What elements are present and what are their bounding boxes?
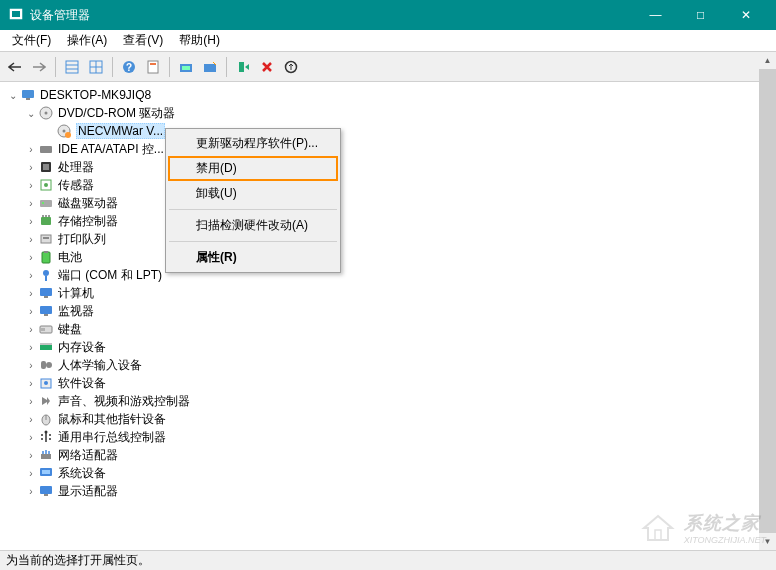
- close-button[interactable]: ✕: [723, 0, 768, 30]
- scroll-thumb[interactable]: [759, 69, 776, 533]
- device-tree[interactable]: ⌄ DESKTOP-MK9JIQ8 ⌄ DVD/CD-ROM 驱动器 NECVM…: [0, 82, 776, 570]
- tree-category-label: 通用串行总线控制器: [58, 429, 166, 446]
- tree-category-usb[interactable]: ›通用串行总线控制器: [2, 428, 774, 446]
- tree-category-keyboard[interactable]: ›键盘: [2, 320, 774, 338]
- tree-category-monitor[interactable]: ›监视器: [2, 302, 774, 320]
- ctx-properties[interactable]: 属性(R): [168, 245, 338, 270]
- tree-category-hid[interactable]: ›人体学输入设备: [2, 356, 774, 374]
- chevron-right-icon[interactable]: ›: [24, 250, 38, 264]
- svg-rect-46: [41, 361, 46, 369]
- status-bar: 为当前的选择打开属性页。: [0, 550, 776, 570]
- ctx-separator: [169, 209, 337, 210]
- back-button[interactable]: [4, 56, 26, 78]
- help-button[interactable]: ?: [118, 56, 140, 78]
- tree-category-sensor[interactable]: ›传感器: [2, 176, 774, 194]
- tree-category-cpu[interactable]: ›处理器: [2, 158, 774, 176]
- chevron-right-icon[interactable]: ›: [24, 466, 38, 480]
- tree-category-system[interactable]: ›系统设备: [2, 464, 774, 482]
- svg-rect-26: [43, 164, 49, 170]
- ctx-update-driver[interactable]: 更新驱动程序软件(P)...: [168, 131, 338, 156]
- tree-category-mouse[interactable]: ›鼠标和其他指针设备: [2, 410, 774, 428]
- ctx-scan-hardware[interactable]: 扫描检测硬件改动(A): [168, 213, 338, 238]
- disable-button[interactable]: [280, 56, 302, 78]
- properties-button[interactable]: [142, 56, 164, 78]
- chevron-right-icon[interactable]: ›: [24, 196, 38, 210]
- chevron-right-icon[interactable]: ›: [24, 322, 38, 336]
- chevron-right-icon[interactable]: ›: [24, 340, 38, 354]
- update-driver-button[interactable]: [175, 56, 197, 78]
- tree-category-port[interactable]: ›端口 (COM 和 LPT): [2, 266, 774, 284]
- tree-category-label: 处理器: [58, 159, 94, 176]
- tree-category-display[interactable]: ›显示适配器: [2, 482, 774, 500]
- status-text: 为当前的选择打开属性页。: [6, 552, 150, 569]
- chevron-right-icon[interactable]: ›: [24, 214, 38, 228]
- svg-point-52: [45, 431, 48, 434]
- usb-icon: [38, 429, 54, 445]
- tree-category-audio[interactable]: ›声音、视频和游戏控制器: [2, 392, 774, 410]
- chevron-right-icon[interactable]: ›: [24, 448, 38, 462]
- scroll-down-arrow[interactable]: ▼: [759, 533, 776, 550]
- mouse-icon: [38, 411, 54, 427]
- ctx-separator: [169, 241, 337, 242]
- svg-point-23: [65, 132, 71, 138]
- maximize-button[interactable]: □: [678, 0, 723, 30]
- tree-category-disk[interactable]: ›磁盘驱动器: [2, 194, 774, 212]
- svg-point-22: [63, 130, 66, 133]
- chevron-right-icon[interactable]: ›: [24, 304, 38, 318]
- tree-category-label: 键盘: [58, 321, 82, 338]
- tree-category-label: 声音、视频和游戏控制器: [58, 393, 190, 410]
- svg-rect-35: [44, 251, 48, 253]
- tree-category-storage[interactable]: ›存储控制器: [2, 212, 774, 230]
- chevron-right-icon[interactable]: ›: [24, 412, 38, 426]
- scan-button[interactable]: [199, 56, 221, 78]
- chevron-down-icon[interactable]: ⌄: [24, 106, 38, 120]
- tree-category-label: 端口 (COM 和 LPT): [58, 267, 162, 284]
- tree-category-dvd[interactable]: ⌄ DVD/CD-ROM 驱动器: [2, 104, 774, 122]
- chevron-right-icon[interactable]: ›: [24, 286, 38, 300]
- chevron-right-icon[interactable]: ›: [24, 160, 38, 174]
- disc-icon: [38, 105, 54, 121]
- tree-category-network[interactable]: ›网络适配器: [2, 446, 774, 464]
- ctx-uninstall[interactable]: 卸载(U): [168, 181, 338, 206]
- menu-help[interactable]: 帮助(H): [171, 30, 228, 51]
- forward-button[interactable]: [28, 56, 50, 78]
- scroll-up-arrow[interactable]: ▲: [759, 52, 776, 69]
- tree-category-printer[interactable]: ›打印队列: [2, 230, 774, 248]
- svg-rect-1: [12, 11, 20, 17]
- chevron-right-icon[interactable]: ›: [24, 358, 38, 372]
- chevron-right-icon[interactable]: ›: [24, 178, 38, 192]
- tree-device-dvd[interactable]: NECVMWar V...: [2, 122, 774, 140]
- enable-button[interactable]: [232, 56, 254, 78]
- tree-category-label: 鼠标和其他指针设备: [58, 411, 166, 428]
- vertical-scrollbar[interactable]: ▲ ▼: [759, 52, 776, 550]
- chevron-right-icon[interactable]: ›: [24, 376, 38, 390]
- tree-category-label: 人体学输入设备: [58, 357, 142, 374]
- tree-category-label: 计算机: [58, 285, 94, 302]
- ctx-disable[interactable]: 禁用(D): [168, 156, 338, 181]
- tree-root-label: DESKTOP-MK9JIQ8: [40, 88, 151, 102]
- chevron-right-icon[interactable]: ›: [24, 484, 38, 498]
- chevron-right-icon[interactable]: ›: [24, 232, 38, 246]
- chevron-down-icon[interactable]: ⌄: [6, 88, 20, 102]
- tree-category-memory[interactable]: ›内存设备: [2, 338, 774, 356]
- tree-category-computer[interactable]: ›计算机: [2, 284, 774, 302]
- chevron-right-icon[interactable]: ›: [24, 430, 38, 444]
- tree-category-software[interactable]: ›软件设备: [2, 374, 774, 392]
- menu-file[interactable]: 文件(F): [4, 30, 59, 51]
- menu-action[interactable]: 操作(A): [59, 30, 115, 51]
- view-button-2[interactable]: [85, 56, 107, 78]
- tree-category-battery[interactable]: ›电池: [2, 248, 774, 266]
- minimize-button[interactable]: —: [633, 0, 678, 30]
- tree-category-ide[interactable]: ›IDE ATA/ATAPI 控...: [2, 140, 774, 158]
- chevron-right-icon[interactable]: ›: [24, 268, 38, 282]
- tree-root[interactable]: ⌄ DESKTOP-MK9JIQ8: [2, 86, 774, 104]
- uninstall-button[interactable]: [256, 56, 278, 78]
- menu-view[interactable]: 查看(V): [115, 30, 171, 51]
- chevron-right-icon[interactable]: ›: [24, 142, 38, 156]
- view-button-1[interactable]: [61, 56, 83, 78]
- tree-category-label: 网络适配器: [58, 447, 118, 464]
- chevron-right-icon[interactable]: ›: [24, 394, 38, 408]
- tree-category-label: 内存设备: [58, 339, 106, 356]
- battery-icon: [38, 249, 54, 265]
- network-icon: [38, 447, 54, 463]
